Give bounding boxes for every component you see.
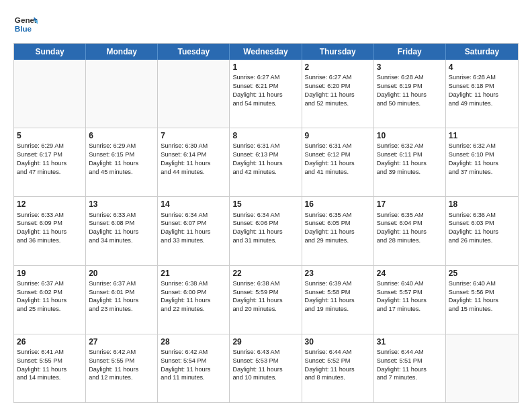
- calendar-cell-20: 20Sunrise: 6:37 AM Sunset: 6:01 PM Dayli…: [86, 266, 158, 334]
- day-info-text: Sunrise: 6:34 AM Sunset: 6:07 PM Dayligh…: [161, 212, 210, 244]
- day-info-text: Sunrise: 6:32 AM Sunset: 6:11 PM Dayligh…: [377, 142, 427, 175]
- weekday-header-saturday: Saturday: [446, 44, 518, 60]
- day-number: 22: [232, 268, 298, 279]
- calendar-cell-11: 11Sunrise: 6:32 AM Sunset: 6:10 PM Dayli…: [446, 128, 518, 196]
- calendar-cell-14: 14Sunrise: 6:34 AM Sunset: 6:07 PM Dayli…: [158, 197, 230, 265]
- calendar-cell-3: 3Sunrise: 6:28 AM Sunset: 6:19 PM Daylig…: [374, 60, 446, 128]
- calendar-cell-16: 16Sunrise: 6:35 AM Sunset: 6:05 PM Dayli…: [302, 197, 374, 265]
- day-info-text: Sunrise: 6:33 AM Sunset: 6:09 PM Dayligh…: [17, 212, 66, 244]
- day-info-text: Sunrise: 6:31 AM Sunset: 6:12 PM Dayligh…: [305, 142, 355, 175]
- day-number: 7: [161, 130, 226, 141]
- calendar-cell-7: 7Sunrise: 6:30 AM Sunset: 6:14 PM Daylig…: [158, 128, 230, 196]
- day-number: 2: [305, 62, 371, 73]
- calendar-cell-empty-0-2: [158, 60, 230, 128]
- day-info-text: Sunrise: 6:35 AM Sunset: 6:05 PM Dayligh…: [305, 212, 355, 244]
- day-info-text: Sunrise: 6:37 AM Sunset: 6:01 PM Dayligh…: [89, 280, 138, 312]
- calendar-cell-8: 8Sunrise: 6:31 AM Sunset: 6:13 PM Daylig…: [230, 128, 302, 196]
- calendar-cell-22: 22Sunrise: 6:38 AM Sunset: 5:59 PM Dayli…: [230, 266, 302, 334]
- page: General Blue SundayMondayTuesdayWednesda…: [0, 0, 532, 411]
- day-info-text: Sunrise: 6:35 AM Sunset: 6:04 PM Dayligh…: [377, 212, 427, 244]
- day-number: 26: [17, 336, 83, 347]
- calendar-cell-28: 28Sunrise: 6:42 AM Sunset: 5:54 PM Dayli…: [158, 334, 230, 402]
- day-info-text: Sunrise: 6:43 AM Sunset: 5:53 PM Dayligh…: [232, 349, 282, 381]
- day-info-text: Sunrise: 6:27 AM Sunset: 6:20 PM Dayligh…: [305, 74, 355, 106]
- day-info-text: Sunrise: 6:44 AM Sunset: 5:52 PM Dayligh…: [305, 349, 355, 381]
- day-number: 25: [449, 268, 515, 279]
- calendar-cell-empty-0-0: [14, 60, 86, 128]
- day-number: 23: [305, 268, 371, 279]
- day-number: 24: [377, 268, 443, 279]
- calendar-cell-18: 18Sunrise: 6:36 AM Sunset: 6:03 PM Dayli…: [446, 197, 518, 265]
- weekday-header-monday: Monday: [86, 44, 158, 60]
- calendar-cell-10: 10Sunrise: 6:32 AM Sunset: 6:11 PM Dayli…: [374, 128, 446, 196]
- calendar-body: 1Sunrise: 6:27 AM Sunset: 6:21 PM Daylig…: [14, 60, 518, 402]
- calendar-cell-23: 23Sunrise: 6:39 AM Sunset: 5:58 PM Dayli…: [302, 266, 374, 334]
- day-number: 11: [449, 130, 515, 141]
- calendar-row-3: 19Sunrise: 6:37 AM Sunset: 6:02 PM Dayli…: [14, 265, 518, 334]
- calendar-cell-26: 26Sunrise: 6:41 AM Sunset: 5:55 PM Dayli…: [14, 334, 86, 402]
- day-info-text: Sunrise: 6:42 AM Sunset: 5:54 PM Dayligh…: [161, 349, 210, 381]
- calendar-cell-21: 21Sunrise: 6:38 AM Sunset: 6:00 PM Dayli…: [158, 266, 230, 334]
- calendar-cell-25: 25Sunrise: 6:40 AM Sunset: 5:56 PM Dayli…: [446, 266, 518, 334]
- day-number: 1: [232, 62, 298, 73]
- calendar-cell-empty-4-6: [446, 334, 518, 402]
- weekday-header-wednesday: Wednesday: [230, 44, 302, 60]
- day-info-text: Sunrise: 6:37 AM Sunset: 6:02 PM Dayligh…: [17, 280, 66, 312]
- day-info-text: Sunrise: 6:40 AM Sunset: 5:57 PM Dayligh…: [377, 280, 427, 312]
- day-info-text: Sunrise: 6:38 AM Sunset: 5:59 PM Dayligh…: [232, 280, 282, 312]
- day-info-text: Sunrise: 6:29 AM Sunset: 6:17 PM Dayligh…: [17, 142, 66, 175]
- calendar-cell-13: 13Sunrise: 6:33 AM Sunset: 6:08 PM Dayli…: [86, 197, 158, 265]
- day-number: 3: [377, 62, 443, 73]
- calendar-cell-15: 15Sunrise: 6:34 AM Sunset: 6:06 PM Dayli…: [230, 197, 302, 265]
- calendar-cell-9: 9Sunrise: 6:31 AM Sunset: 6:12 PM Daylig…: [302, 128, 374, 196]
- day-number: 18: [449, 199, 515, 210]
- calendar: SundayMondayTuesdayWednesdayThursdayFrid…: [13, 43, 519, 403]
- day-number: 4: [449, 62, 515, 73]
- calendar-cell-29: 29Sunrise: 6:43 AM Sunset: 5:53 PM Dayli…: [230, 334, 302, 402]
- calendar-row-2: 12Sunrise: 6:33 AM Sunset: 6:09 PM Dayli…: [14, 196, 518, 265]
- weekday-header-tuesday: Tuesday: [158, 44, 230, 60]
- day-number: 21: [161, 268, 226, 279]
- day-number: 27: [89, 336, 154, 347]
- day-number: 16: [305, 199, 371, 210]
- day-info-text: Sunrise: 6:40 AM Sunset: 5:56 PM Dayligh…: [449, 280, 498, 312]
- day-info-text: Sunrise: 6:38 AM Sunset: 6:00 PM Dayligh…: [161, 280, 210, 312]
- weekday-header-thursday: Thursday: [302, 44, 374, 60]
- day-info-text: Sunrise: 6:31 AM Sunset: 6:13 PM Dayligh…: [232, 142, 282, 175]
- calendar-cell-30: 30Sunrise: 6:44 AM Sunset: 5:52 PM Dayli…: [302, 334, 374, 402]
- weekday-header-friday: Friday: [374, 44, 446, 60]
- day-number: 17: [377, 199, 443, 210]
- calendar-row-4: 26Sunrise: 6:41 AM Sunset: 5:55 PM Dayli…: [14, 334, 518, 402]
- header: General Blue: [13, 12, 519, 36]
- day-number: 29: [232, 336, 298, 347]
- logo-icon: General Blue: [13, 12, 38, 36]
- day-info-text: Sunrise: 6:28 AM Sunset: 6:19 PM Dayligh…: [377, 74, 427, 106]
- calendar-cell-17: 17Sunrise: 6:35 AM Sunset: 6:04 PM Dayli…: [374, 197, 446, 265]
- day-info-text: Sunrise: 6:42 AM Sunset: 5:55 PM Dayligh…: [89, 349, 138, 381]
- day-number: 20: [89, 268, 154, 279]
- calendar-cell-6: 6Sunrise: 6:29 AM Sunset: 6:15 PM Daylig…: [86, 128, 158, 196]
- calendar-cell-5: 5Sunrise: 6:29 AM Sunset: 6:17 PM Daylig…: [14, 128, 86, 196]
- day-info-text: Sunrise: 6:44 AM Sunset: 5:51 PM Dayligh…: [377, 349, 427, 381]
- day-info-text: Sunrise: 6:34 AM Sunset: 6:06 PM Dayligh…: [232, 212, 282, 244]
- calendar-cell-24: 24Sunrise: 6:40 AM Sunset: 5:57 PM Dayli…: [374, 266, 446, 334]
- calendar-cell-1: 1Sunrise: 6:27 AM Sunset: 6:21 PM Daylig…: [230, 60, 302, 128]
- calendar-row-1: 5Sunrise: 6:29 AM Sunset: 6:17 PM Daylig…: [14, 128, 518, 196]
- calendar-header: SundayMondayTuesdayWednesdayThursdayFrid…: [14, 44, 518, 60]
- day-number: 5: [17, 130, 83, 141]
- logo: General Blue: [13, 12, 38, 36]
- day-info-text: Sunrise: 6:29 AM Sunset: 6:15 PM Dayligh…: [89, 142, 138, 175]
- day-number: 8: [232, 130, 298, 141]
- day-number: 30: [305, 336, 371, 347]
- calendar-cell-12: 12Sunrise: 6:33 AM Sunset: 6:09 PM Dayli…: [14, 197, 86, 265]
- day-info-text: Sunrise: 6:27 AM Sunset: 6:21 PM Dayligh…: [232, 74, 282, 106]
- day-number: 15: [232, 199, 298, 210]
- day-info-text: Sunrise: 6:28 AM Sunset: 6:18 PM Dayligh…: [449, 74, 498, 106]
- day-info-text: Sunrise: 6:30 AM Sunset: 6:14 PM Dayligh…: [161, 142, 210, 175]
- day-number: 14: [161, 199, 226, 210]
- calendar-cell-27: 27Sunrise: 6:42 AM Sunset: 5:55 PM Dayli…: [86, 334, 158, 402]
- weekday-header-sunday: Sunday: [14, 44, 86, 60]
- calendar-cell-19: 19Sunrise: 6:37 AM Sunset: 6:02 PM Dayli…: [14, 266, 86, 334]
- day-info-text: Sunrise: 6:36 AM Sunset: 6:03 PM Dayligh…: [449, 212, 498, 244]
- calendar-cell-empty-0-1: [86, 60, 158, 128]
